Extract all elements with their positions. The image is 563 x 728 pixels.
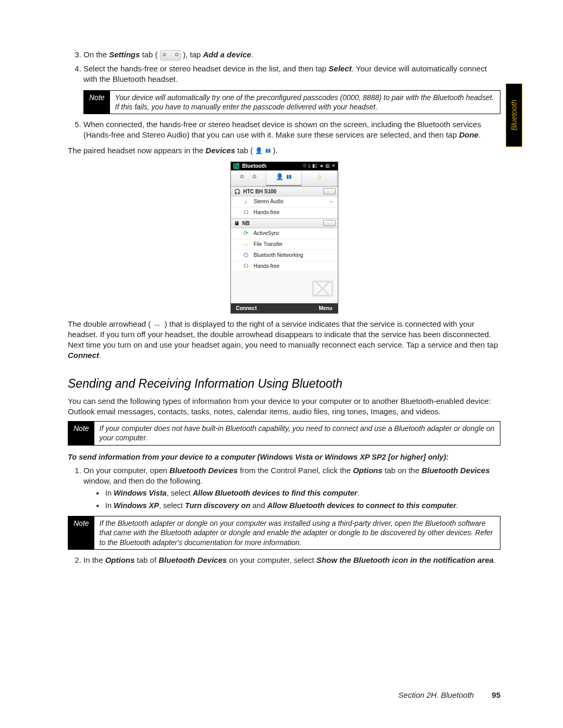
tab-settings xyxy=(231,170,266,186)
side-chapter-tab: Bluetooth xyxy=(506,83,522,147)
procedure-heading: To send information from your device to … xyxy=(68,453,500,461)
bullet-xp: In Windows XP, select Turn discovery on … xyxy=(96,501,500,511)
text: , select xyxy=(167,489,193,497)
toggle-icon xyxy=(323,220,336,226)
text: On the xyxy=(83,50,109,59)
text: ). xyxy=(271,146,277,155)
wm-bluetooth-screen: Bluetooth ⦾ ▯ ▮▯ ◄ ▥ ✕ ⌂ 🎧 HTC BH S100 xyxy=(230,162,338,314)
instruction-list-top: On the Settings tab ( ), tap Add a devic… xyxy=(68,50,500,85)
text: . xyxy=(494,556,496,564)
service-label: Hands-free xyxy=(254,209,279,215)
footer-section: Section 2H. Bluetooth xyxy=(398,690,474,699)
text: , select xyxy=(159,501,185,510)
send-step-1: On your computer, open Bluetooth Devices… xyxy=(83,465,500,511)
service-row: ♪ Stereo Audio ↔ xyxy=(231,196,338,207)
speaker-icon: ◄ xyxy=(319,163,324,169)
handsfree-icon: ☊ xyxy=(242,209,250,216)
headset-icon: ⦾ xyxy=(303,163,307,169)
note-text: Your device will automatically try one o… xyxy=(110,91,500,114)
headset-device-icon: 🎧 xyxy=(234,189,240,194)
note-label: Note xyxy=(68,516,94,549)
text: The double arrowhead ( xyxy=(68,319,153,328)
text: window, and then do the following. xyxy=(83,476,203,485)
text: . xyxy=(456,501,458,510)
text: Select the hands-free or stereo headset … xyxy=(83,64,328,73)
service-row: ☊ Hands-free xyxy=(231,261,338,272)
text: ), tap xyxy=(181,50,203,59)
double-arrowhead-para: The double arrowhead ( ) that is display… xyxy=(68,319,500,361)
paired-headset-line: The paired headset now appears in the De… xyxy=(68,145,500,156)
page-footer: Section 2H. Bluetooth 95 xyxy=(68,690,500,699)
settings-gears-icon xyxy=(160,50,181,60)
instruction-list-send: On your computer, open Bluetooth Devices… xyxy=(68,465,500,511)
turn-discovery-label: Turn discovery on xyxy=(185,501,250,510)
blank-area: ⌧ xyxy=(231,272,338,303)
text: . xyxy=(251,50,253,59)
device-header-1: 🎧 HTC BH S100 xyxy=(231,187,338,196)
note-text: If your computer does not have built-in … xyxy=(94,422,500,445)
softkey-connect: Connect xyxy=(236,305,257,311)
send-step-2: In the Options tab of Bluetooth Devices … xyxy=(83,555,500,565)
softkey-menu: Menu xyxy=(319,305,332,311)
device-header-2: 🖥 NB xyxy=(231,218,338,228)
note-box-passcodes: Note Your device will automatically try … xyxy=(83,90,500,114)
text: tab of xyxy=(134,556,158,564)
bluetooth-watermark-icon: ⌧ xyxy=(311,277,335,301)
handsfree-icon: ☊ xyxy=(242,263,250,270)
text: and xyxy=(250,501,267,510)
bt-networking-icon: ⌬ xyxy=(242,252,250,259)
text: The paired headset now appears in the xyxy=(68,146,205,155)
text: On your computer, open xyxy=(83,466,169,475)
windows-xp-label: Windows XP xyxy=(114,501,159,510)
instruction-list-top-cont: When connected, the hands-free or stereo… xyxy=(68,119,500,141)
note-box-thirdparty: Note If the Bluetooth adapter or dongle … xyxy=(68,516,500,550)
bluetooth-devices-label: Bluetooth Devices xyxy=(158,556,227,564)
allow-find-label: Allow Bluetooth devices to find this com… xyxy=(193,489,358,497)
service-row: ⟳ ActiveSync xyxy=(231,228,338,239)
device-name-1: HTC BH S100 xyxy=(243,189,277,194)
done-label: Done xyxy=(459,130,479,139)
select-label: Select xyxy=(328,64,351,73)
service-label: Bluetooth Networking xyxy=(254,252,303,258)
text: In xyxy=(105,501,114,510)
connected-arrow-icon: ↔ xyxy=(329,199,335,205)
options-label: Options xyxy=(105,556,135,564)
footer-page-number: 95 xyxy=(492,690,500,699)
text: . xyxy=(479,130,481,139)
step-5: When connected, the hands-free or stereo… xyxy=(83,119,500,141)
add-device-label: Add a device xyxy=(203,50,251,59)
wm-titlebar: Bluetooth ⦾ ▯ ▮▯ ◄ ▥ ✕ xyxy=(231,162,338,170)
wm-softkey-bar: Connect Menu xyxy=(231,303,338,313)
double-arrowhead-icon xyxy=(153,321,162,328)
tab-devices xyxy=(266,170,302,186)
connect-label: Connect xyxy=(68,351,99,360)
note-label: Note xyxy=(68,422,94,445)
settings-gears-icon xyxy=(238,173,258,182)
service-row: ☊ Hands-free xyxy=(231,207,338,218)
text: tab on the xyxy=(383,466,422,475)
activesync-icon: ⟳ xyxy=(242,230,250,237)
wm-status-icons: ⦾ ▯ ▮▯ ◄ ▥ ✕ xyxy=(303,163,336,169)
text: tab ( xyxy=(235,146,255,155)
text: on your computer, select xyxy=(227,556,316,564)
accessories-icon: ⌂ xyxy=(317,173,321,180)
device-name-2: NB xyxy=(242,220,250,226)
text: . xyxy=(99,351,101,360)
tab-accessories: ⌂ xyxy=(302,170,337,186)
text: tab ( xyxy=(140,50,160,59)
note-box-adapter: Note If your computer does not have buil… xyxy=(68,421,500,445)
bluetooth-devices-label: Bluetooth Devices xyxy=(169,466,238,475)
text: In xyxy=(105,489,114,497)
bluetooth-devices-label: Bluetooth Devices xyxy=(422,466,490,475)
instruction-list-send-cont: In the Options tab of Bluetooth Devices … xyxy=(68,555,500,565)
wm-title: Bluetooth xyxy=(242,163,300,169)
show-icon-label: Show the Bluetooth icon in the notificat… xyxy=(316,556,494,564)
start-flag-icon xyxy=(233,163,239,169)
service-label: File Transfer xyxy=(254,241,283,247)
step-3: On the Settings tab ( ), tap Add a devic… xyxy=(83,50,500,60)
settings-label: Settings xyxy=(109,50,140,59)
network-icon: ▯ xyxy=(308,163,311,169)
sub-bullets: In Windows Vista, select Allow Bluetooth… xyxy=(83,488,500,511)
options-label: Options xyxy=(353,466,383,475)
computer-device-icon: 🖥 xyxy=(234,220,239,226)
